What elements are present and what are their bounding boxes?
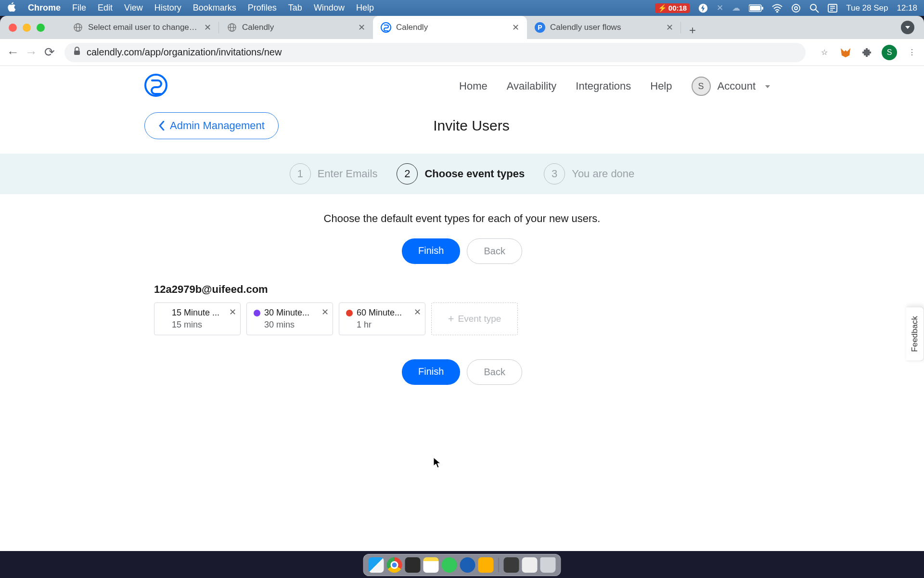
url-text: calendly.com/app/organization/invitation…	[87, 47, 282, 58]
color-dot-icon	[346, 310, 353, 316]
menu-profiles[interactable]: Profiles	[248, 3, 277, 13]
svg-point-6	[795, 7, 797, 10]
app-header: Home Availability Integrations Help S Ac…	[0, 66, 924, 106]
address-input[interactable]: calendly.com/app/organization/invitation…	[64, 43, 806, 62]
bolt-icon[interactable]	[698, 3, 708, 13]
menu-help[interactable]: Help	[356, 3, 374, 13]
close-icon[interactable]: ✕	[204, 22, 211, 33]
app-icon[interactable]	[478, 557, 494, 573]
event-type-chip[interactable]: 30 Minute... ✕ 30 mins	[246, 302, 333, 335]
app-icon[interactable]	[504, 557, 519, 573]
control-center-icon[interactable]	[791, 3, 801, 13]
finish-button[interactable]: Finish	[402, 238, 460, 264]
close-icon[interactable]: ✕	[358, 22, 365, 33]
trash-icon[interactable]	[540, 557, 556, 573]
calendly-logo-icon[interactable]	[144, 74, 167, 99]
browser-tab[interactable]: Calendly ✕	[219, 16, 373, 39]
extension-fox-icon[interactable]	[839, 46, 852, 59]
close-icon[interactable]: ✕	[666, 22, 673, 33]
finder-icon[interactable]	[369, 557, 384, 573]
svg-point-7	[810, 4, 816, 10]
tab-title: Calendly user flows	[550, 23, 661, 32]
1password-icon[interactable]	[460, 557, 475, 573]
battery-icon[interactable]	[749, 4, 763, 12]
battery-status-icon[interactable]: ⚡00:18	[655, 3, 690, 13]
kebab-menu-icon[interactable]: ⋮	[906, 46, 918, 59]
nav-integrations[interactable]: Integrations	[576, 80, 631, 92]
step-label: You are done	[572, 168, 634, 180]
cloud-icon[interactable]: ☁	[732, 3, 740, 13]
menu-bookmarks[interactable]: Bookmarks	[193, 3, 236, 13]
nav-help[interactable]: Help	[650, 80, 672, 92]
instruction-text: Choose the default event types for each …	[0, 212, 924, 225]
close-icon[interactable]: ✕	[512, 22, 519, 33]
menu-history[interactable]: History	[154, 3, 181, 13]
account-menu[interactable]: S Account	[692, 77, 770, 96]
add-event-label: Event type	[458, 314, 501, 324]
step-3: 3 You are done	[544, 163, 634, 184]
user-email: 12a2979b@uifeed.com	[154, 283, 770, 296]
profile-avatar[interactable]: S	[882, 45, 897, 60]
tools-icon[interactable]: ✕	[717, 3, 723, 13]
p-icon: P	[535, 22, 545, 33]
feedback-tab[interactable]: Feedback	[906, 307, 924, 361]
step-number: 2	[397, 163, 418, 184]
svg-rect-2	[762, 7, 763, 10]
remove-icon[interactable]: ✕	[229, 307, 236, 317]
browser-tab[interactable]: Select email user to change | D ✕	[65, 16, 219, 39]
back-button[interactable]: Back	[467, 238, 522, 264]
browser-address-bar: ← → ⟳ calendly.com/app/organization/invi…	[0, 39, 924, 66]
menu-view[interactable]: View	[124, 3, 143, 13]
finish-button[interactable]: Finish	[402, 359, 460, 385]
globe-icon	[227, 22, 237, 33]
extensions-icon[interactable]	[860, 46, 873, 59]
tab-overflow-button[interactable]	[901, 21, 914, 34]
menu-tab[interactable]: Tab	[288, 3, 302, 13]
tab-title: Calendly	[242, 23, 353, 32]
nav-availability[interactable]: Availability	[507, 80, 557, 92]
menubar-app-name[interactable]: Chrome	[28, 3, 61, 13]
nav-home[interactable]: Home	[459, 80, 488, 92]
event-duration: 15 mins	[172, 320, 233, 330]
menu-window[interactable]: Window	[314, 3, 345, 13]
event-type-chip[interactable]: 60 Minute... ✕ 1 hr	[339, 302, 425, 335]
nav-reload-button[interactable]: ⟳	[42, 45, 57, 60]
mouse-cursor	[433, 457, 442, 471]
wifi-icon[interactable]	[772, 4, 783, 13]
menu-file[interactable]: File	[72, 3, 86, 13]
step-2: 2 Choose event types	[397, 163, 525, 184]
messages-icon[interactable]	[442, 557, 457, 573]
dock-divider	[499, 558, 499, 572]
remove-icon[interactable]: ✕	[321, 307, 329, 317]
window-traffic-lights	[9, 24, 45, 32]
apple-icon[interactable]	[7, 2, 16, 14]
browser-tab-active[interactable]: Calendly ✕	[373, 16, 527, 39]
event-type-chip[interactable]: 15 Minute ... ✕ 15 mins	[154, 302, 241, 335]
notes-icon[interactable]	[424, 557, 439, 573]
stepper: 1 Enter Emails 2 Choose event types 3 Yo…	[0, 154, 924, 194]
page-title: Invite Users	[163, 118, 780, 134]
nav-back-button[interactable]: ←	[6, 45, 20, 60]
svg-rect-20	[74, 51, 80, 55]
menubar-date[interactable]: Tue 28 Sep	[846, 3, 888, 13]
window-minimize-button[interactable]	[23, 24, 31, 32]
add-event-type-button[interactable]: + Event type	[431, 302, 518, 335]
window-close-button[interactable]	[9, 24, 17, 32]
nav-forward-button[interactable]: →	[24, 45, 38, 60]
browser-tab[interactable]: P Calendly user flows ✕	[527, 16, 681, 39]
window-fullscreen-button[interactable]	[37, 24, 45, 32]
event-duration: 30 mins	[264, 320, 326, 330]
notification-center-icon[interactable]	[828, 4, 837, 13]
app-icon[interactable]	[522, 557, 538, 573]
remove-icon[interactable]: ✕	[414, 307, 421, 317]
bookmark-star-icon[interactable]: ☆	[818, 46, 831, 59]
menu-edit[interactable]: Edit	[98, 3, 113, 13]
new-tab-button[interactable]: +	[684, 22, 701, 39]
spotlight-icon[interactable]	[809, 3, 819, 13]
back-button[interactable]: Back	[467, 359, 522, 385]
event-type-name: 15 Minute ...	[172, 308, 219, 318]
terminal-icon[interactable]	[405, 557, 421, 573]
menubar-time[interactable]: 12:18	[897, 3, 917, 13]
step-number: 1	[290, 163, 311, 184]
chrome-icon[interactable]	[387, 557, 402, 573]
